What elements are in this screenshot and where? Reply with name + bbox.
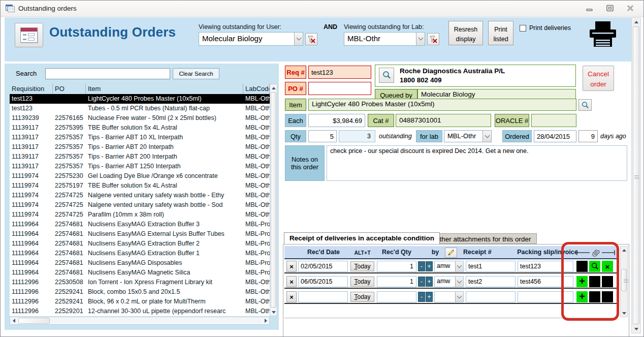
- attachment-zoom-button[interactable]: [589, 261, 600, 272]
- receipt-number-field[interactable]: [466, 291, 516, 302]
- received-by-combo[interactable]: amw: [434, 261, 464, 272]
- order-row[interactable]: 1113911722575357Tips - Barrier ABT 10 XL…: [10, 133, 270, 142]
- received-by-dropdown-button[interactable]: [455, 292, 463, 302]
- order-row[interactable]: 1113911722575357Tips - Barrier ABT 1250 …: [10, 162, 270, 171]
- received-by-combo[interactable]: amw: [434, 276, 464, 287]
- today-button[interactable]: Today: [350, 292, 374, 302]
- column-header-item[interactable]: Item: [86, 84, 243, 94]
- order-row[interactable]: 1111996422574681Nuclisens EasyMAG Extern…: [10, 229, 270, 239]
- scroll-up-icon[interactable]: [632, 18, 640, 25]
- delete-receipt-row-button[interactable]: ×: [286, 291, 297, 302]
- qty-decrement-button[interactable]: -: [418, 277, 425, 287]
- orders-vscrollbar[interactable]: [270, 84, 277, 316]
- qty-increment-button[interactable]: +: [426, 277, 433, 287]
- order-row[interactable]: 1111996422574681Nuclisens EasyMAG Extrac…: [10, 239, 270, 249]
- qty-decrement-button[interactable]: -: [418, 292, 425, 302]
- recd-date-field[interactable]: [298, 261, 348, 272]
- attachment-remove-button[interactable]: [602, 261, 613, 272]
- scroll-down-icon[interactable]: [632, 325, 640, 332]
- order-row[interactable]: 1113911722575357Tips - Barrier ABT 200 I…: [10, 152, 270, 162]
- packing-slip-field[interactable]: [518, 276, 573, 287]
- recd-date-field[interactable]: [298, 291, 348, 302]
- for-lab-combo[interactable]: MBL-Othr: [444, 130, 492, 142]
- supplier-lookup-button[interactable]: [379, 68, 394, 83]
- form-vscrollbar[interactable]: [631, 17, 641, 333]
- each-price-field[interactable]: [308, 114, 365, 127]
- lab-filter-dropdown-button[interactable]: [416, 33, 425, 45]
- edit-by-button[interactable]: [445, 248, 457, 258]
- printer-icon[interactable]: [587, 20, 619, 50]
- order-row[interactable]: 1111997422575230Gel Loading Dye Blue /Or…: [10, 171, 270, 181]
- tab-receipt-of-deliveries[interactable]: Receipt of deliveries in acceptable cond…: [284, 232, 440, 244]
- order-row[interactable]: 1113923922576165Nuclease Free water - 50…: [10, 113, 270, 123]
- received-by-dropdown-button[interactable]: [455, 277, 463, 287]
- item-lookup-button[interactable]: [578, 99, 592, 111]
- lab-filter-combo[interactable]: MBL-Othr: [344, 32, 425, 46]
- order-row[interactable]: 1111299622530508Ion Torrent - Ion Xpress…: [10, 278, 270, 287]
- minimize-button[interactable]: [586, 5, 594, 12]
- order-row[interactable]: 1113911722575395TBE Buffer solution 5x 4…: [10, 123, 270, 133]
- attachment-add-button[interactable]: [576, 276, 588, 287]
- recd-qty-field[interactable]: [377, 291, 416, 302]
- recd-qty-field[interactable]: [377, 261, 416, 272]
- po-number-field[interactable]: [308, 82, 371, 95]
- lab-filter-clear-button[interactable]: [427, 33, 439, 45]
- qty-decrement-button[interactable]: -: [418, 261, 425, 271]
- today-button[interactable]: Today: [350, 277, 374, 287]
- orders-hscrollbar[interactable]: [10, 317, 270, 325]
- qty-increment-button[interactable]: +: [426, 261, 433, 271]
- recd-qty-field[interactable]: [377, 276, 416, 287]
- scroll-up-icon[interactable]: [621, 247, 627, 254]
- scroll-down-icon[interactable]: [270, 309, 277, 316]
- column-header-po[interactable]: PO: [53, 84, 86, 94]
- close-icon[interactable]: [626, 5, 634, 12]
- user-filter-clear-button[interactable]: [305, 33, 317, 45]
- order-row[interactable]: test123LightCycler 480 Probes Master (10…: [10, 94, 270, 104]
- column-header-requisition[interactable]: Requisition: [10, 84, 53, 94]
- recd-date-field[interactable]: [298, 276, 348, 287]
- req-number-field[interactable]: [308, 66, 371, 79]
- print-deliveries-checkbox[interactable]: [520, 25, 526, 32]
- packing-slip-field[interactable]: [518, 291, 573, 302]
- order-row[interactable]: 1111299622529241Block, combo 15x0.5 and …: [10, 287, 270, 297]
- scroll-right-icon[interactable]: [262, 317, 269, 324]
- delete-receipt-row-button[interactable]: ×: [286, 261, 297, 272]
- order-row[interactable]: 1111997422575197TBE Buffer solution 5x 4…: [10, 181, 270, 191]
- order-row[interactable]: 1111996422574681Nuclisens EasyMAG Dispos…: [10, 258, 270, 268]
- order-notes-field[interactable]: check price - our special discount is ex…: [327, 145, 627, 181]
- today-button[interactable]: Today: [350, 261, 374, 271]
- order-row[interactable]: 1111996422574681Nuclisens EasyMAG Magnet…: [10, 268, 270, 278]
- packing-slip-field[interactable]: [518, 261, 573, 272]
- order-row[interactable]: 1111997422574725Nalgene vented unitary s…: [10, 191, 270, 200]
- receipts-vscrollbar[interactable]: [620, 246, 628, 317]
- qty-increment-button[interactable]: +: [426, 292, 433, 302]
- scroll-up-icon[interactable]: [270, 84, 277, 91]
- order-row[interactable]: 1113911722575357Tips - Barrier ABT 20 In…: [10, 142, 270, 152]
- ordered-date-field[interactable]: [534, 130, 576, 142]
- print-listed-button[interactable]: Print listed: [488, 21, 513, 45]
- receipt-number-field[interactable]: [466, 276, 516, 287]
- restore-button[interactable]: [606, 5, 614, 12]
- order-row[interactable]: 1111997422574725Parafilm (10mm x 38m rol…: [10, 210, 270, 220]
- delete-receipt-row-button[interactable]: ×: [286, 276, 297, 287]
- order-row[interactable]: 1111996422574681Nuclisens EasyMAG Extrac…: [10, 220, 270, 229]
- attachment-add-button[interactable]: [576, 291, 588, 302]
- for-lab-dropdown-button[interactable]: [482, 131, 491, 142]
- order-row[interactable]: test123Tubes - 0.5 ml PCR tubes (Natural…: [10, 104, 270, 113]
- scroll-left-icon[interactable]: [10, 317, 17, 324]
- clear-search-button[interactable]: Clear Search: [173, 68, 219, 79]
- order-row[interactable]: 1111299622529241Block, 96 x 0.2 mL or pl…: [10, 297, 270, 307]
- user-filter-dropdown-button[interactable]: [294, 33, 303, 45]
- column-header-labcode[interactable]: LabCode: [243, 84, 270, 94]
- qty-field[interactable]: [308, 130, 337, 142]
- scroll-down-icon[interactable]: [621, 310, 627, 317]
- order-row[interactable]: 1111997422574725Nalgene vented unitary s…: [10, 200, 270, 210]
- form-icon-button[interactable]: [15, 23, 43, 47]
- received-by-dropdown-button[interactable]: [455, 261, 463, 271]
- order-row[interactable]: 1111996422574681Nuclisens EasyMAG Extrac…: [10, 249, 270, 258]
- search-input[interactable]: [45, 68, 170, 79]
- refresh-display-button[interactable]: Resresh display: [448, 21, 483, 45]
- tab-other-attachments[interactable]: Other attachments for this order: [429, 233, 537, 244]
- receipt-number-field[interactable]: [466, 261, 516, 272]
- days-ago-field[interactable]: [578, 130, 598, 142]
